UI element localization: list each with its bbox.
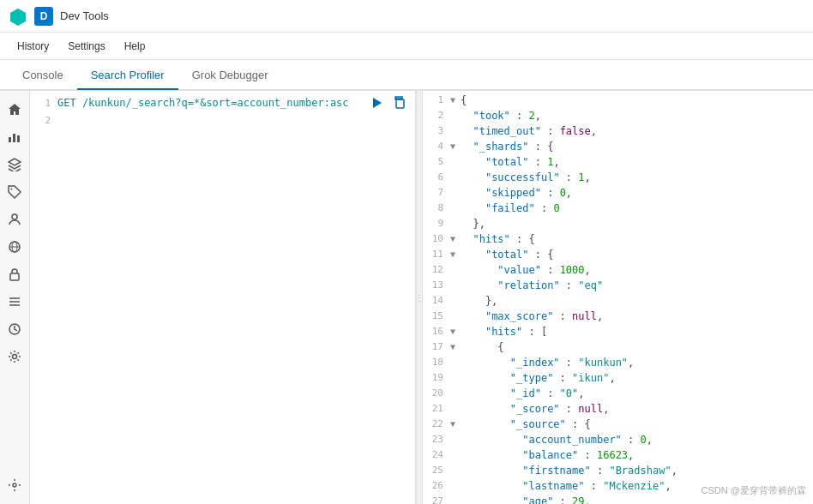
output-line: 21 "_score" : null, <box>423 401 813 417</box>
resize-handle[interactable]: ⋮ <box>416 91 423 504</box>
run-button[interactable] <box>369 94 386 111</box>
output-line: 18 "_index" : "kunkun", <box>423 355 813 370</box>
sidebar-icon-settings-alt[interactable] <box>3 345 27 369</box>
output-line: 9 }, <box>423 216 813 231</box>
output-line: 25 "firstname" : "Bradshaw", <box>423 463 813 478</box>
output-panel: 1▼{2 "took" : 2,3 "timed_out" : false,4▼… <box>423 91 813 504</box>
sidebar-icon-chart[interactable] <box>3 125 27 149</box>
sidebar-icon-person[interactable] <box>3 207 27 231</box>
app-logo <box>9 7 27 26</box>
sidebar-icon-layers[interactable] <box>3 153 27 177</box>
output-line: 16▼ "hits" : [ <box>423 324 813 339</box>
svg-rect-4 <box>17 135 20 142</box>
tabs-bar: Console Search Profiler Grok Debugger <box>0 60 813 91</box>
output-line: 19 "_type" : "ikun", <box>423 370 813 386</box>
output-line: 13 "relation" : "eq" <box>423 278 813 293</box>
copy-button[interactable] <box>391 94 408 111</box>
svg-rect-10 <box>10 273 19 280</box>
svg-rect-18 <box>396 99 404 108</box>
sidebar-icon-home[interactable] <box>3 98 27 122</box>
sidebar <box>0 91 30 504</box>
svg-point-5 <box>11 189 13 190</box>
output-line: 5 "total" : 1, <box>423 154 813 170</box>
output-line: 2 "took" : 2, <box>423 108 813 123</box>
tab-search-profiler[interactable]: Search Profiler <box>77 62 178 90</box>
watermark: CSDN @爱穿背带裤的霖 <box>702 484 806 497</box>
output-line: 22▼ "_source" : { <box>423 417 813 432</box>
tab-console[interactable]: Console <box>9 62 77 90</box>
output-line: 6 "successful" : 1, <box>423 170 813 185</box>
output-line: 24 "balance" : 16623, <box>423 447 813 463</box>
editor-toolbar <box>369 94 408 111</box>
editor-line-1: 1 GET /kunkun/_search?q=*&sort=account_n… <box>30 94 415 111</box>
sidebar-icon-tag[interactable] <box>3 180 27 204</box>
sidebar-icon-lock[interactable] <box>3 262 27 286</box>
output-line: 12 "value" : 1000, <box>423 262 813 278</box>
menu-bar: History Settings Help <box>0 33 813 60</box>
sidebar-icon-list[interactable] <box>3 290 27 314</box>
editor-content[interactable]: 1 GET /kunkun/_search?q=*&sort=account_n… <box>30 91 415 504</box>
sidebar-icon-clock[interactable] <box>3 317 27 341</box>
main-content: 1 GET /kunkun/_search?q=*&sort=account_n… <box>0 91 813 504</box>
output-line: 11▼ "total" : { <box>423 247 813 262</box>
output-line: 14 }, <box>423 293 813 309</box>
output-line: 8 "failed" : 0 <box>423 201 813 216</box>
svg-rect-3 <box>13 134 15 142</box>
top-bar: D Dev Tools <box>0 0 813 33</box>
menu-history[interactable]: History <box>9 37 57 56</box>
app-icon: D <box>34 7 53 26</box>
svg-marker-17 <box>373 98 382 108</box>
output-line: 10▼ "hits" : { <box>423 231 813 247</box>
tab-grok-debugger[interactable]: Grok Debugger <box>178 62 282 90</box>
menu-help[interactable]: Help <box>116 37 154 56</box>
app-title: Dev Tools <box>60 9 109 22</box>
sidebar-icon-globe[interactable] <box>3 235 27 259</box>
svg-rect-2 <box>9 137 11 142</box>
output-line: 17▼ { <box>423 339 813 355</box>
output-line: 3 "timed_out" : false, <box>423 123 813 139</box>
output-line: 1▼{ <box>423 93 813 108</box>
editor-line-2: 2 <box>30 111 415 129</box>
menu-settings[interactable]: Settings <box>59 37 113 56</box>
output-line: 23 "account_number" : 0, <box>423 432 813 447</box>
output-line: 20 "_id" : "0", <box>423 386 813 401</box>
svg-point-15 <box>13 355 17 359</box>
editor-panel: 1 GET /kunkun/_search?q=*&sort=account_n… <box>30 91 416 504</box>
output-line: 4▼ "_shards" : { <box>423 139 813 154</box>
output-line: 7 "skipped" : 0, <box>423 185 813 201</box>
svg-point-16 <box>13 483 16 487</box>
sidebar-icon-settings[interactable] <box>3 473 27 497</box>
svg-point-6 <box>12 214 17 219</box>
output-line: 15 "max_score" : null, <box>423 309 813 324</box>
